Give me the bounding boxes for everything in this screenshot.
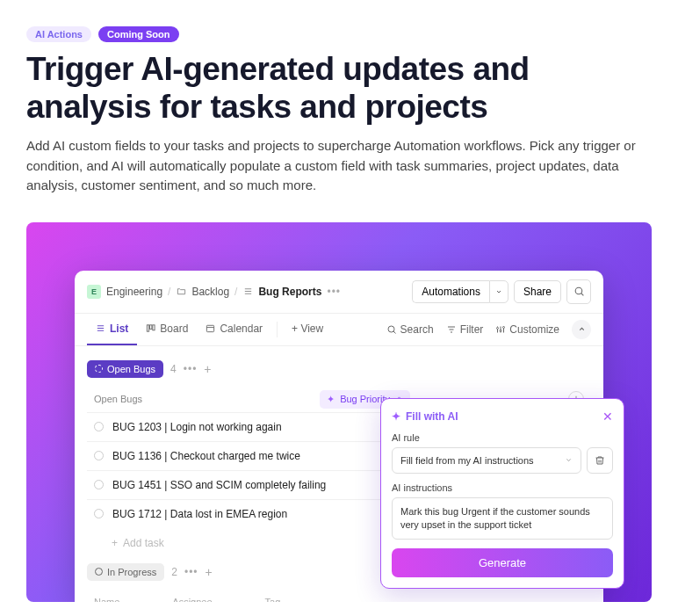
- customize-label: Customize: [509, 323, 559, 336]
- sparkle-icon: ✦: [327, 394, 335, 405]
- top-actions: Automations Share: [412, 279, 591, 304]
- trash-icon: [595, 455, 605, 466]
- group-header-open: Open Bugs 4 ••• +: [87, 360, 591, 378]
- page-description: Add AI custom fields to your tasks and p…: [26, 136, 641, 196]
- task-title: BUG 1451 | SSO and SCIM completely faili…: [112, 479, 326, 491]
- status-circle-icon: [95, 568, 103, 576]
- svg-line-4: [581, 294, 583, 296]
- column-name-header: Open Bugs: [94, 394, 142, 404]
- automations-button[interactable]: Automations: [412, 280, 489, 303]
- group-add-button[interactable]: +: [204, 362, 211, 376]
- breadcrumb-workspace[interactable]: Engineering: [106, 286, 162, 298]
- breadcrumb-list[interactable]: Bug Reports: [258, 286, 321, 298]
- task-title: BUG 1712 | Data lost in EMEA region: [112, 508, 287, 520]
- column-name: Name: [94, 597, 119, 602]
- plus-icon: +: [112, 537, 118, 549]
- svg-point-3: [575, 287, 582, 294]
- view-tab-board[interactable]: Board: [137, 314, 197, 345]
- ai-rule-value: Fill field from my AI instructions: [400, 455, 534, 466]
- view-tab-label: List: [110, 322, 128, 335]
- search-label: Search: [400, 323, 434, 336]
- customize-action[interactable]: Customize: [495, 323, 559, 336]
- view-tab-calendar[interactable]: Calendar: [197, 314, 271, 345]
- task-title: BUG 1203 | Login not working again: [112, 421, 282, 433]
- topbar: E Engineering / Backlog / Bug Reports ••…: [75, 271, 603, 313]
- generate-button[interactable]: Generate: [392, 548, 613, 577]
- task-count: 4: [170, 363, 177, 375]
- add-view-label: + View: [292, 322, 323, 335]
- add-view-button[interactable]: + View: [283, 314, 332, 345]
- status-chip-progress[interactable]: In Progress: [87, 563, 164, 581]
- task-status-icon[interactable]: [94, 480, 104, 489]
- filter-label: Filter: [460, 323, 484, 336]
- svg-line-14: [393, 331, 396, 334]
- table-header-progress: Name Assignee Tag: [87, 590, 591, 602]
- task-status-icon[interactable]: [94, 451, 104, 460]
- breadcrumb-more-icon[interactable]: •••: [327, 286, 341, 298]
- breadcrumb-folder[interactable]: Backlog: [191, 286, 229, 298]
- task-title: BUG 1136 | Checkout charged me twice: [112, 450, 300, 462]
- ai-rule-select[interactable]: Fill field from my AI instructions: [392, 447, 581, 474]
- group-more-icon[interactable]: •••: [184, 363, 198, 375]
- status-label: Open Bugs: [107, 364, 155, 374]
- svg-rect-9: [150, 325, 152, 330]
- close-button[interactable]: ✕: [602, 409, 613, 424]
- view-tab-label: Board: [160, 322, 188, 335]
- popover-title-label: Fill with AI: [406, 410, 458, 423]
- column-assignee: Assignee: [172, 597, 212, 602]
- svg-point-13: [388, 326, 394, 332]
- app-window: E Engineering / Backlog / Bug Reports ••…: [75, 271, 603, 602]
- add-task-label: Add task: [123, 537, 164, 549]
- collapse-button[interactable]: [572, 320, 591, 339]
- share-button[interactable]: Share: [514, 280, 561, 303]
- view-tab-label: Calendar: [220, 322, 263, 335]
- coming-soon-badge: Coming Soon: [98, 26, 179, 42]
- svg-point-23: [503, 326, 505, 328]
- breadcrumb: E Engineering / Backlog / Bug Reports ••…: [87, 285, 341, 299]
- ai-actions-badge: AI Actions: [26, 26, 91, 42]
- svg-point-22: [500, 330, 501, 331]
- screenshot-frame: E Engineering / Backlog / Bug Reports ••…: [26, 222, 652, 602]
- breadcrumb-separator: /: [234, 286, 237, 298]
- group-add-button[interactable]: +: [206, 565, 213, 579]
- status-label: In Progress: [107, 567, 156, 577]
- svg-rect-11: [207, 325, 214, 331]
- list-icon: [242, 286, 253, 297]
- ai-instructions-input[interactable]: Mark this bug Urgent if the customer sou…: [392, 497, 613, 540]
- fill-with-ai-popover: ✦ Fill with AI ✕ AI rule Fill field from…: [380, 398, 624, 590]
- delete-rule-button[interactable]: [587, 447, 613, 474]
- status-circle-icon: [95, 365, 103, 373]
- breadcrumb-separator: /: [168, 286, 170, 298]
- task-status-icon[interactable]: [94, 509, 104, 518]
- group-more-icon[interactable]: •••: [184, 566, 198, 578]
- search-button[interactable]: [566, 279, 591, 304]
- task-count: 2: [171, 566, 177, 578]
- svg-rect-8: [148, 325, 149, 331]
- viewbar: List Board Calendar + View Searc: [75, 313, 603, 346]
- view-tab-list[interactable]: List: [87, 314, 137, 345]
- svg-point-21: [497, 327, 499, 329]
- folder-icon: [176, 286, 186, 297]
- search-action[interactable]: Search: [386, 323, 434, 336]
- chevron-down-icon: [565, 456, 573, 464]
- svg-rect-10: [153, 325, 155, 330]
- popover-title: ✦ Fill with AI: [392, 410, 458, 423]
- view-divider: [277, 322, 278, 337]
- workspace-avatar[interactable]: E: [87, 285, 101, 299]
- page-title: Trigger AI-generated updates and analysi…: [26, 51, 652, 126]
- automations-dropdown-button[interactable]: [489, 280, 508, 303]
- column-tag: Tag: [265, 597, 281, 602]
- status-chip-open[interactable]: Open Bugs: [87, 360, 163, 378]
- ai-instructions-label: AI instructions: [392, 482, 613, 493]
- task-status-icon[interactable]: [94, 422, 104, 431]
- ai-rule-label: AI rule: [392, 432, 613, 443]
- sparkle-icon: ✦: [392, 410, 400, 423]
- filter-action[interactable]: Filter: [446, 323, 484, 336]
